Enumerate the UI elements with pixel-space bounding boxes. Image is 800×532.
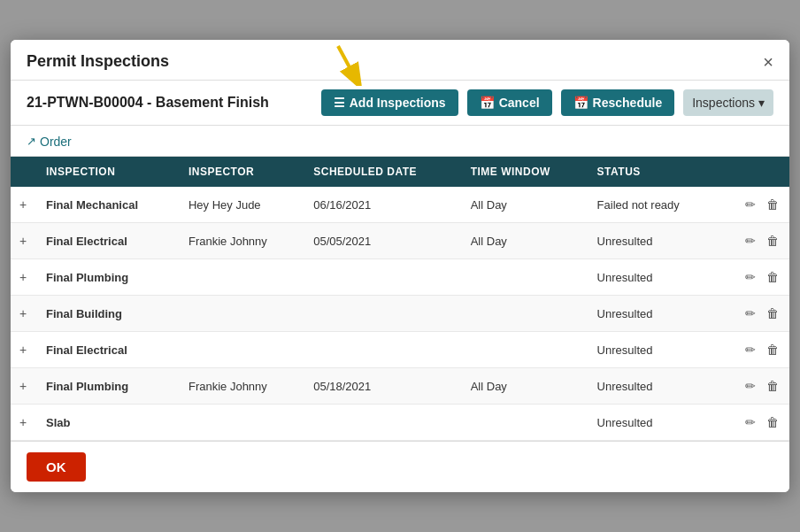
row-scheduled-date: 05/05/2021 <box>304 223 461 259</box>
row-expand[interactable]: + <box>11 296 37 332</box>
table-row: + Slab Unresulted ✏ 🗑 <box>11 405 789 441</box>
col-header-actions <box>719 157 789 187</box>
row-expand[interactable]: + <box>11 368 37 405</box>
delete-button[interactable]: 🗑 <box>765 377 781 395</box>
row-actions: ✏ 🗑 <box>719 405 789 441</box>
row-scheduled-date <box>304 332 461 368</box>
plus-icon[interactable]: + <box>19 379 27 393</box>
table-row: + Final Building Unresulted ✏ 🗑 <box>11 296 789 332</box>
edit-button[interactable]: ✏ <box>743 413 758 431</box>
table-header-row: INSPECTION INSPECTOR SCHEDULED DATE TIME… <box>11 157 789 187</box>
table-row: + Final Plumbing Frankie Johnny 05/18/20… <box>11 368 789 405</box>
row-status: Unresulted <box>588 223 719 259</box>
row-inspection: Final Building <box>37 296 180 332</box>
row-time-window: All Day <box>462 223 588 259</box>
modal-header: Permit Inspections × <box>11 40 789 81</box>
chevron-down-icon: ▾ <box>758 96 765 110</box>
row-expand[interactable]: + <box>11 405 37 441</box>
row-expand[interactable]: + <box>11 223 37 259</box>
reschedule-button[interactable]: 📅 Reschedule <box>561 89 675 116</box>
row-inspection: Final Plumbing <box>37 259 180 296</box>
ok-button[interactable]: OK <box>27 452 86 482</box>
edit-button[interactable]: ✏ <box>743 305 758 322</box>
delete-button[interactable]: 🗑 <box>765 341 781 359</box>
calendar-reschedule-icon: 📅 <box>573 96 588 110</box>
row-actions: ✏ 🗑 <box>719 259 789 296</box>
inspection-name: Final Building <box>46 307 122 320</box>
permit-inspections-modal: Permit Inspections × 21-PTWN-B00004 - Ba… <box>11 40 789 492</box>
inspections-table-container: INSPECTION INSPECTOR SCHEDULED DATE TIME… <box>11 157 789 441</box>
row-expand[interactable]: + <box>11 259 37 296</box>
row-inspection: Final Electrical <box>37 332 180 368</box>
row-inspection: Slab <box>37 405 180 441</box>
row-time-window <box>462 405 588 441</box>
row-actions: ✏ 🗑 <box>719 296 789 332</box>
delete-button[interactable]: 🗑 <box>765 196 781 213</box>
col-header-inspection: INSPECTION <box>37 157 180 187</box>
edit-button[interactable]: ✏ <box>743 268 758 286</box>
row-scheduled-date <box>304 259 461 296</box>
edit-button[interactable]: ✏ <box>743 377 758 395</box>
row-expand[interactable]: + <box>11 187 37 223</box>
row-inspector <box>180 332 304 368</box>
col-header-status: STATUS <box>588 157 719 187</box>
row-inspector <box>180 405 304 441</box>
table-row: + Final Electrical Unresulted ✏ 🗑 <box>11 332 789 368</box>
row-status: Failed not ready <box>588 187 719 223</box>
row-status: Unresulted <box>588 332 719 368</box>
close-button[interactable]: × <box>763 53 773 71</box>
row-time-window <box>462 332 588 368</box>
delete-button[interactable]: 🗑 <box>765 413 781 431</box>
plus-icon[interactable]: + <box>19 234 27 248</box>
col-header-expand <box>11 157 37 187</box>
table-row: + Final Mechanical Hey Hey Jude 06/16/20… <box>11 187 789 223</box>
plus-icon[interactable]: + <box>19 306 27 320</box>
row-actions: ✏ 🗑 <box>719 368 789 405</box>
cancel-button[interactable]: 📅 Cancel <box>467 89 552 116</box>
permit-id: 21-PTWN-B00004 - Basement Finish <box>27 95 312 111</box>
col-header-scheduled-date: SCHEDULED DATE <box>304 157 461 187</box>
row-inspector <box>180 259 304 296</box>
inspection-name: Final Plumbing <box>46 271 128 284</box>
inspections-dropdown[interactable]: Inspections ▾ <box>683 89 773 116</box>
row-scheduled-date: 05/18/2021 <box>304 368 461 405</box>
table-body: + Final Mechanical Hey Hey Jude 06/16/20… <box>11 187 789 441</box>
delete-button[interactable]: 🗑 <box>765 232 781 250</box>
inspection-name: Slab <box>46 416 70 429</box>
row-inspector: Hey Hey Jude <box>180 187 304 223</box>
inspection-name: Final Electrical <box>46 235 127 248</box>
delete-button[interactable]: 🗑 <box>765 305 781 322</box>
plus-icon[interactable]: + <box>19 270 27 284</box>
order-row: ↗ Order <box>11 126 789 157</box>
row-actions: ✏ 🗑 <box>719 332 789 368</box>
row-scheduled-date <box>304 296 461 332</box>
inspection-name: Final Mechanical <box>46 198 138 212</box>
row-inspector: Frankie Johnny <box>180 223 304 259</box>
action-bar: 21-PTWN-B00004 - Basement Finish ☰ Add I… <box>11 81 789 126</box>
col-header-time-window: TIME WINDOW <box>462 157 588 187</box>
calendar-cancel-icon: 📅 <box>480 96 495 110</box>
row-time-window <box>462 296 588 332</box>
row-expand[interactable]: + <box>11 332 37 368</box>
row-time-window <box>462 259 588 296</box>
inspection-name: Final Electrical <box>46 343 127 357</box>
table-row: + Final Plumbing Unresulted ✏ 🗑 <box>11 259 789 296</box>
row-scheduled-date: 06/16/2021 <box>304 187 461 223</box>
row-status: Unresulted <box>588 259 719 296</box>
add-inspections-button[interactable]: ☰ Add Inspections <box>321 89 458 116</box>
inspection-name: Final Plumbing <box>46 380 128 393</box>
plus-icon[interactable]: + <box>19 197 27 212</box>
modal-footer: OK <box>11 441 789 492</box>
inspections-table: INSPECTION INSPECTOR SCHEDULED DATE TIME… <box>11 157 789 441</box>
row-status: Unresulted <box>588 405 719 441</box>
plus-icon[interactable]: + <box>19 343 27 357</box>
row-inspection: Final Plumbing <box>37 368 180 405</box>
row-scheduled-date <box>304 405 461 441</box>
order-link[interactable]: ↗ Order <box>27 135 72 149</box>
edit-button[interactable]: ✏ <box>743 232 758 250</box>
delete-button[interactable]: 🗑 <box>765 268 781 286</box>
edit-button[interactable]: ✏ <box>743 196 758 213</box>
plus-icon[interactable]: + <box>19 415 27 429</box>
edit-button[interactable]: ✏ <box>743 341 758 359</box>
modal-title: Permit Inspections <box>27 52 169 71</box>
